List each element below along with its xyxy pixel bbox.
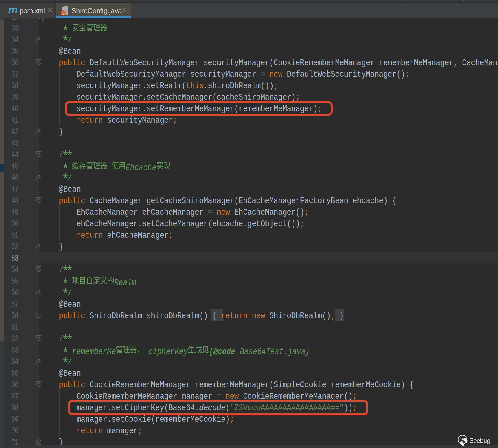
svg-text:J: J bbox=[62, 11, 64, 15]
